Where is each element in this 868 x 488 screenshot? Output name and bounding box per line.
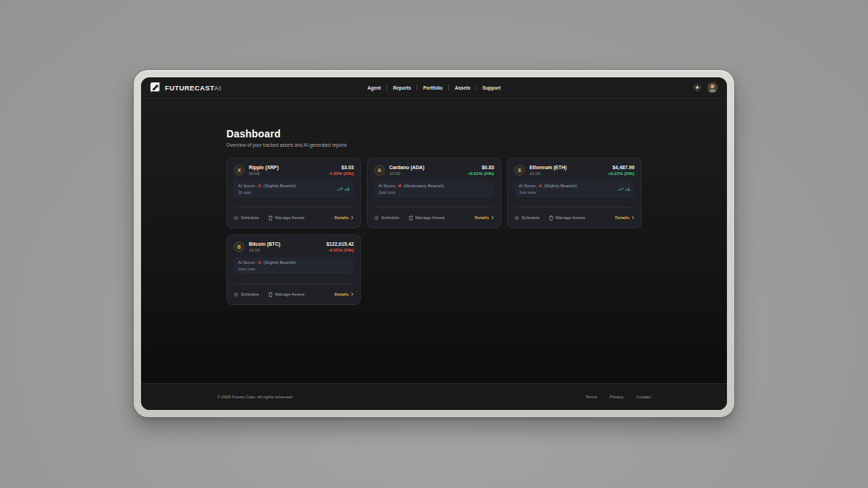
details-label: Details [615, 215, 629, 220]
coin-name: Ethereum (ETH) [529, 165, 566, 170]
schedule-button[interactable]: Schedule [234, 292, 259, 297]
ai-score-block: AI Score: -3 (Slightly Bearish) Just now [238, 260, 296, 271]
details-label: Details [475, 215, 489, 220]
asset-card-eth: E Ethereum (ETH) 10:00 $4,487.99 +0.21% … [507, 158, 642, 228]
page-title: Dashboard [226, 128, 642, 140]
ai-score-row: AI Score: -3 (Slightly Bearish) Just now [234, 257, 354, 274]
schedule-button[interactable]: Schedule [514, 215, 540, 221]
nav-item-support[interactable]: Support [477, 85, 506, 90]
schedule-label: Schedule [381, 215, 399, 220]
card-actions: Schedule Manage Assets Details [234, 283, 354, 304]
manage-assets-label: Manage Assets [556, 215, 585, 220]
coin-name: Cardano (ADA) [389, 165, 425, 170]
footer-links: Terms Privacy Contact [585, 395, 651, 399]
details-label: Details [334, 292, 349, 296]
manage-assets-button[interactable]: Manage Assets [409, 215, 445, 221]
user-avatar[interactable] [707, 82, 718, 93]
app-window: FUTURECASTAI Agent Reports Portfolio Ass… [141, 77, 727, 410]
card-header: E Ethereum (ETH) 10:00 $4,487.99 +0.21% … [514, 165, 634, 176]
schedule-label: Schedule [241, 215, 259, 220]
nav-item-assets[interactable]: Assets [449, 85, 476, 90]
coin-icon-eth: E [514, 165, 525, 176]
main-content: Dashboard Overview of your tracked asset… [141, 98, 727, 383]
ai-score-block: AI Score: -4 (Slightly Bearish) Just now [519, 184, 576, 194]
gear-icon [374, 215, 379, 221]
ai-sentiment: (Slightly Bearish) [263, 184, 296, 188]
ai-updated: Just now [238, 267, 296, 271]
schedule-button[interactable]: Schedule [234, 215, 259, 221]
ai-score-label: AI Score: [378, 184, 396, 188]
ai-score-value: -3 [257, 260, 260, 265]
ai-updated: Just now [378, 190, 444, 194]
ai-score-row: AI Score: -6 (Moderately Bearish) Just n… [374, 181, 494, 197]
ai-score-value: -3 [257, 184, 260, 188]
brand: FUTURECASTAI [150, 82, 221, 93]
chevron-right-icon [631, 215, 634, 220]
asset-card-btc: B Bitcoin (BTC) 10:00 $122,015.42 -0.01%… [226, 234, 361, 305]
device-frame: FUTURECASTAI Agent Reports Portfolio Ass… [134, 70, 734, 417]
trend-badge: +1 [618, 187, 630, 192]
ai-score-label: AI Score: [238, 184, 256, 188]
manage-assets-label: Manage Assets [415, 215, 445, 220]
coin-change: -1.93% (24h) [328, 171, 354, 176]
coin-price: $122,015.42 [326, 241, 354, 247]
app-footer: © 2025 Future Cast. All rights reserved.… [141, 383, 727, 410]
coin-change: -0.01% (24h) [326, 248, 354, 252]
coin-price: $0.83 [467, 165, 494, 170]
coin-icon-btc: B [234, 241, 244, 252]
futurecast-logo-icon [150, 82, 161, 93]
footer-link-terms[interactable]: Terms [585, 395, 597, 399]
ai-score-value: -4 [537, 184, 541, 188]
ai-sentiment: (Slightly Bearish) [544, 184, 576, 188]
ai-score-line: AI Score: -4 (Slightly Bearish) [519, 184, 576, 188]
trash-icon [409, 215, 413, 221]
nav-item-reports[interactable]: Reports [387, 85, 417, 90]
footer-link-privacy[interactable]: Privacy [610, 395, 624, 399]
coin-info: Ethereum (ETH) 10:00 [529, 165, 566, 176]
ai-score-label: AI Score: [519, 184, 537, 188]
gear-icon [514, 215, 519, 221]
header-actions [694, 82, 718, 93]
manage-assets-button[interactable]: Manage Assets [268, 215, 305, 221]
details-link[interactable]: Details [615, 215, 634, 220]
card-actions: Schedule Manage Assets Details [234, 207, 354, 228]
card-header: B Bitcoin (BTC) 10:00 $122,015.42 -0.01%… [234, 241, 354, 252]
coin-price-block: $4,487.99 +0.21% (24h) [608, 165, 634, 176]
coin-info: Cardano (ADA) 10:00 [389, 165, 425, 176]
page-subtitle: Overview of your tracked assets and AI-g… [226, 142, 642, 147]
manage-assets-button[interactable]: Manage Assets [549, 215, 585, 221]
trend-badge: +2 [337, 187, 349, 192]
trending-up-icon [618, 187, 624, 192]
ai-score-label: AI Score: [238, 260, 256, 265]
footer-link-contact[interactable]: Contact [636, 395, 651, 399]
copyright-text: © 2025 Future Cast. All rights reserved. [217, 395, 293, 399]
schedule-button[interactable]: Schedule [374, 215, 399, 221]
coin-info: Ripple (XRP) 09:00 [249, 165, 278, 176]
ai-sentiment: (Slightly Bearish) [263, 260, 296, 265]
details-link[interactable]: Details [334, 292, 354, 296]
manage-assets-button[interactable]: Manage Assets [268, 292, 305, 297]
chevron-right-icon [351, 292, 354, 296]
gear-icon [234, 292, 239, 297]
coin-time: 10:00 [389, 171, 425, 176]
brand-name: FUTURECASTAI [165, 84, 221, 92]
nav-item-agent[interactable]: Agent [362, 85, 386, 90]
manage-assets-label: Manage Assets [275, 215, 305, 220]
details-link[interactable]: Details [475, 215, 494, 220]
coin-icon-xrp: X [234, 165, 244, 176]
coin-change: +0.01% (24h) [467, 171, 494, 176]
top-nav-bar: FUTURECASTAI Agent Reports Portfolio Ass… [141, 77, 727, 98]
card-header: X Ripple (XRP) 09:00 $3.03 -1.93% (24h) [234, 165, 354, 176]
asset-card-ada: A Cardano (ADA) 10:00 $0.83 +0.01% (24h) [367, 158, 501, 228]
trash-icon [268, 215, 273, 221]
coin-price: $3.03 [328, 165, 354, 170]
coin-price-block: $0.83 +0.01% (24h) [467, 165, 494, 176]
trash-icon [268, 292, 273, 297]
trend-value: +2 [344, 187, 349, 192]
nav-item-portfolio[interactable]: Portfolio [417, 85, 448, 90]
coin-name: Bitcoin (BTC) [249, 241, 280, 247]
schedule-label: Schedule [522, 215, 540, 220]
theme-toggle-sun-icon[interactable] [694, 84, 701, 91]
ai-score-row: AI Score: -4 (Slightly Bearish) Just now… [514, 181, 634, 197]
details-link[interactable]: Details [334, 215, 354, 220]
